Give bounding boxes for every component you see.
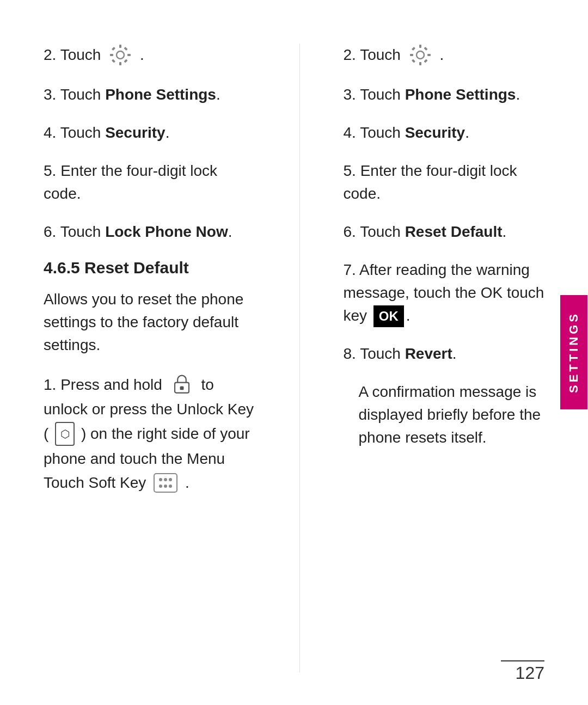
left-step-2-text: 2. Touch — [44, 46, 144, 63]
svg-rect-3 — [110, 54, 113, 56]
left-reset-step-1-body: 1. Press and hold to unlock or press the… — [44, 373, 256, 496]
svg-rect-5 — [112, 47, 115, 51]
right-step-8-suffix: . — [452, 345, 457, 362]
left-step-2-prefix: 2. Touch — [44, 46, 101, 63]
right-step-7-text: 7. After reading the warning message, to… — [344, 261, 544, 324]
left-step-4: 4. Touch Security. — [44, 121, 256, 144]
right-step-4-bold: Security — [405, 124, 465, 141]
right-step-6-bold: Reset Default — [405, 223, 503, 240]
right-step-5: 5. Enter the four-digit lock code. — [344, 160, 556, 205]
left-step-2: 2. Touch — [44, 44, 256, 68]
left-step-2-dot: . — [140, 46, 144, 63]
svg-rect-8 — [124, 59, 128, 63]
left-step-5-text: 5. Enter the four-digit lock code. — [44, 162, 217, 202]
column-divider — [299, 44, 300, 672]
right-step-8-bold: Revert — [405, 345, 452, 362]
menu-soft-key-icon — [152, 472, 179, 494]
right-step-4: 4. Touch Security. — [344, 121, 556, 144]
confirmation-text: A confirmation message is displayed brie… — [359, 381, 556, 449]
svg-rect-11 — [154, 474, 177, 492]
svg-rect-2 — [119, 62, 121, 65]
ok-badge: OK — [373, 305, 404, 327]
left-column: 2. Touch — [44, 44, 272, 672]
left-step-3-bold: Phone Settings — [105, 86, 216, 103]
svg-point-16 — [164, 485, 167, 488]
right-column: 2. Touch — [327, 44, 556, 672]
left-step-3-text: 3. Touch Phone Settings. — [44, 86, 220, 103]
left-step-4-bold: Security — [105, 124, 166, 141]
right-step-3-suffix: . — [516, 86, 520, 103]
right-step-3: 3. Touch Phone Settings. — [344, 83, 556, 106]
press-hold-prefix: 1. Press and hold — [44, 376, 167, 393]
right-step-3-text: 3. Touch Phone Settings. — [344, 86, 520, 103]
svg-rect-24 — [424, 47, 427, 51]
svg-point-18 — [416, 51, 424, 59]
svg-rect-19 — [419, 45, 421, 48]
press-hold-suffix: . — [185, 474, 189, 491]
gear-icon — [108, 43, 132, 67]
svg-rect-6 — [124, 47, 128, 51]
lock-icon — [170, 372, 194, 396]
right-step-2-dot: . — [439, 46, 444, 63]
right-sidebar: SETTINGS — [560, 0, 588, 705]
right-step-6: 6. Touch Reset Default. — [344, 220, 556, 243]
svg-rect-20 — [419, 62, 421, 65]
right-step-3-bold: Phone Settings — [405, 86, 516, 103]
sidebar-label: SETTINGS — [560, 295, 587, 409]
svg-point-17 — [169, 485, 172, 488]
svg-rect-22 — [427, 54, 431, 56]
svg-rect-10 — [180, 387, 183, 390]
svg-rect-26 — [424, 59, 427, 63]
svg-point-15 — [159, 485, 162, 488]
right-step-8-text: 8. Touch Revert. — [344, 345, 457, 362]
right-step-6-text: 6. Touch Reset Default. — [344, 223, 507, 240]
left-step-4-suffix: . — [166, 124, 170, 141]
left-step-5: 5. Enter the four-digit lock code. — [44, 160, 256, 205]
svg-rect-1 — [119, 45, 121, 48]
right-step-4-suffix: . — [465, 124, 469, 141]
right-step-2: 2. Touch — [344, 44, 556, 68]
page-number: 127 — [516, 663, 544, 683]
svg-rect-21 — [410, 54, 413, 56]
right-step-4-text: 4. Touch Security. — [344, 124, 469, 141]
right-step-5-text: 5. Enter the four-digit lock code. — [344, 162, 517, 202]
svg-point-0 — [117, 51, 124, 59]
svg-rect-7 — [112, 59, 115, 63]
svg-rect-4 — [127, 54, 131, 56]
left-reset-step-1: 1. Press and hold to unlock or press the… — [44, 373, 256, 496]
right-gear-icon — [408, 43, 432, 67]
svg-point-12 — [159, 478, 162, 481]
left-step-3-suffix: . — [216, 86, 220, 103]
left-step-6-text: 6. Touch Lock Phone Now. — [44, 223, 232, 240]
right-step-2-prefix: 2. Touch — [344, 46, 401, 63]
left-step-6-bold: Lock Phone Now — [105, 223, 228, 240]
svg-rect-25 — [412, 59, 415, 63]
left-step-6: 6. Touch Lock Phone Now. — [44, 220, 256, 243]
unlock-key-icon: ⬡ — [55, 422, 75, 446]
svg-point-14 — [169, 478, 172, 481]
page-divider-line — [501, 660, 544, 661]
right-step-6-suffix: . — [503, 223, 507, 240]
left-step-3: 3. Touch Phone Settings. — [44, 83, 256, 106]
svg-point-13 — [164, 478, 167, 481]
left-step-6-suffix: . — [228, 223, 232, 240]
right-step-7: 7. After reading the warning message, to… — [344, 259, 556, 328]
left-step-4-text: 4. Touch Security. — [44, 124, 169, 141]
right-step-8: 8. Touch Revert. — [344, 342, 556, 365]
section-description: Allows you to reset the phone settings t… — [44, 288, 256, 357]
section-heading: 4.6.5 Reset Default — [44, 259, 256, 277]
svg-rect-23 — [412, 47, 415, 51]
right-step-2-text: 2. Touch — [344, 46, 444, 63]
